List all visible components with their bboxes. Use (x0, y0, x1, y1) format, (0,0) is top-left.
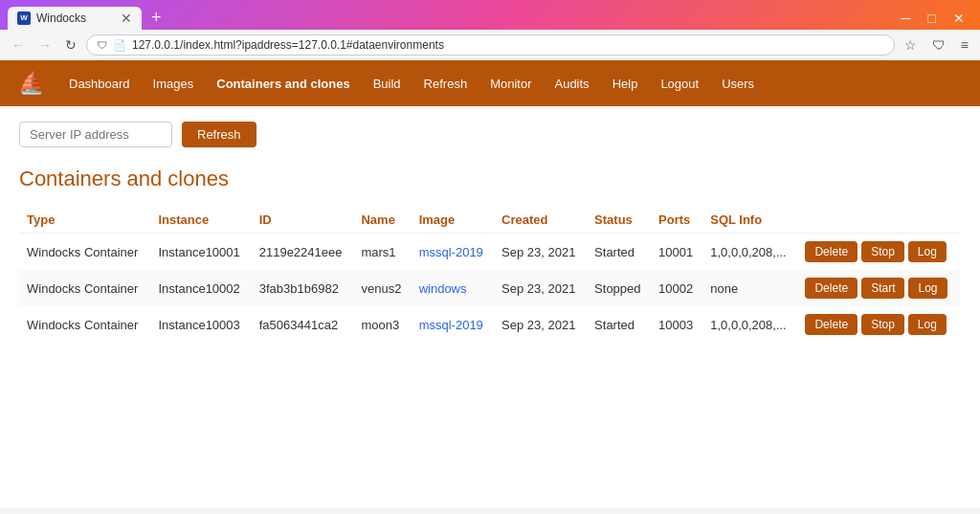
cell-image[interactable]: windows (412, 270, 494, 306)
nav-audits[interactable]: Audits (543, 63, 600, 104)
nav-containers-clones[interactable]: Containers and clones (205, 63, 361, 104)
nav-refresh[interactable]: Refresh (412, 63, 479, 104)
col-id: ID (252, 207, 354, 234)
delete-button[interactable]: Delete (805, 278, 858, 299)
minimize-button[interactable]: ─ (894, 9, 919, 28)
cell-created: Sep 23, 2021 (494, 270, 587, 306)
actions-cell: Delete Start Log (805, 278, 953, 299)
start-button[interactable]: Start (861, 278, 904, 299)
nav-monitor[interactable]: Monitor (479, 63, 543, 104)
cell-status: Started (587, 234, 651, 271)
cell-ports: 10001 (651, 234, 702, 271)
app-logo: ⛵ (11, 64, 50, 102)
stop-button[interactable]: Stop (861, 241, 904, 262)
address-bar[interactable]: 🛡 📄 127.0.0.1/index.html?ipaddress=127.0… (86, 34, 895, 56)
cell-instance: Instance10003 (150, 306, 251, 343)
table-row: Windocks Container Instance10003 fa50634… (19, 306, 961, 343)
nav-dashboard[interactable]: Dashboard (57, 63, 142, 104)
url-text: 127.0.0.1/index.html?ipaddress=127.0.0.1… (132, 38, 884, 52)
col-instance: Instance (150, 207, 251, 234)
cell-instance: Instance10002 (150, 270, 251, 306)
cell-status: Started (587, 306, 651, 343)
cell-name: moon3 (353, 306, 411, 343)
cell-ports: 10002 (651, 270, 702, 306)
cell-instance: Instance10001 (150, 234, 251, 271)
cell-sql-info: 1,0,0,0,208,... (702, 234, 797, 271)
logo-icon: ⛵ (18, 71, 44, 96)
nav-logout[interactable]: Logout (649, 63, 710, 104)
actions-cell: Delete Stop Log (805, 241, 953, 262)
nav-help[interactable]: Help (601, 63, 650, 104)
tab-close-button[interactable]: ✕ (121, 11, 132, 25)
refresh-button[interactable]: Refresh (182, 122, 256, 147)
page-title: Containers and clones (19, 167, 961, 191)
cell-actions: Delete Start Log (797, 270, 961, 306)
cell-created: Sep 23, 2021 (494, 306, 587, 343)
cell-name: mars1 (353, 234, 411, 271)
tab-favicon: W (17, 11, 31, 25)
containers-table: Type Instance ID Name Image Created Stat… (19, 207, 961, 343)
cell-actions: Delete Stop Log (797, 306, 961, 343)
cell-type: Windocks Container (19, 306, 150, 343)
cell-image[interactable]: mssql-2019 (412, 234, 494, 271)
log-button[interactable]: Log (908, 241, 947, 262)
table-header: Type Instance ID Name Image Created Stat… (19, 207, 961, 234)
browser-chrome: W Windocks ✕ + ─ □ ✕ ← → ↻ 🛡 📄 127.0.0.1… (0, 0, 980, 60)
tab-label: Windocks (36, 11, 86, 25)
cell-id: 3fab3b1b6982 (252, 270, 354, 306)
table-row: Windocks Container Instance10002 3fab3b1… (19, 270, 961, 306)
actions-cell: Delete Stop Log (805, 314, 953, 335)
nav-users[interactable]: Users (710, 63, 766, 104)
close-button[interactable]: ✕ (946, 9, 972, 28)
toolbar-right: ☆ 🛡 ≡ (901, 35, 972, 55)
server-ip-input[interactable] (19, 122, 172, 147)
server-ip-row: Refresh (19, 122, 961, 147)
image-link[interactable]: mssql-2019 (419, 245, 483, 259)
cell-sql-info: 1,0,0,0,208,... (702, 306, 797, 343)
col-sql-info: SQL Info (702, 207, 797, 234)
stop-button[interactable]: Stop (861, 314, 904, 335)
col-type: Type (19, 207, 150, 234)
reload-button[interactable]: ↻ (61, 35, 80, 55)
new-tab-button[interactable]: + (145, 6, 167, 30)
security-button[interactable]: 🛡 (928, 35, 949, 55)
address-bar-row: ← → ↻ 🛡 📄 127.0.0.1/index.html?ipaddress… (0, 30, 980, 60)
cell-image[interactable]: mssql-2019 (412, 306, 494, 343)
col-status: Status (587, 207, 651, 234)
cell-type: Windocks Container (19, 234, 150, 271)
cell-id: fa5063441ca2 (252, 306, 354, 343)
cell-actions: Delete Stop Log (797, 234, 961, 271)
image-link[interactable]: mssql-2019 (419, 318, 483, 332)
menu-button[interactable]: ≡ (957, 35, 972, 55)
col-actions (797, 207, 961, 234)
log-button[interactable]: Log (908, 314, 947, 335)
image-link[interactable]: windows (419, 281, 467, 296)
table-row: Windocks Container Instance10001 2119e22… (19, 234, 961, 271)
col-ports: Ports (651, 207, 702, 234)
window-controls: ─ □ ✕ (894, 9, 972, 28)
nav-images[interactable]: Images (142, 63, 206, 104)
shield-icon: 🛡 (97, 39, 107, 51)
nav-build[interactable]: Build (362, 63, 412, 104)
col-name: Name (353, 207, 411, 234)
delete-button[interactable]: Delete (805, 314, 858, 335)
cell-status: Stopped (587, 270, 651, 306)
back-button[interactable]: ← (8, 35, 29, 55)
cell-id: 2119e2241eee (252, 234, 354, 271)
page-icon: 📄 (113, 39, 126, 52)
forward-button[interactable]: → (34, 35, 56, 55)
cell-created: Sep 23, 2021 (494, 234, 587, 271)
delete-button[interactable]: Delete (805, 241, 858, 262)
log-button[interactable]: Log (908, 278, 947, 299)
app-nav: ⛵ Dashboard Images Containers and clones… (0, 60, 980, 106)
browser-tab[interactable]: W Windocks ✕ (8, 7, 142, 30)
col-created: Created (494, 207, 587, 234)
bookmark-button[interactable]: ☆ (901, 35, 921, 55)
cell-sql-info: none (702, 270, 797, 306)
table-body: Windocks Container Instance10001 2119e22… (19, 234, 961, 344)
cell-type: Windocks Container (19, 270, 150, 306)
cell-ports: 10003 (651, 306, 702, 343)
page-content: Refresh Containers and clones Type Insta… (0, 106, 980, 508)
maximize-button[interactable]: □ (921, 9, 944, 28)
tab-bar: W Windocks ✕ + ─ □ ✕ (0, 0, 980, 30)
